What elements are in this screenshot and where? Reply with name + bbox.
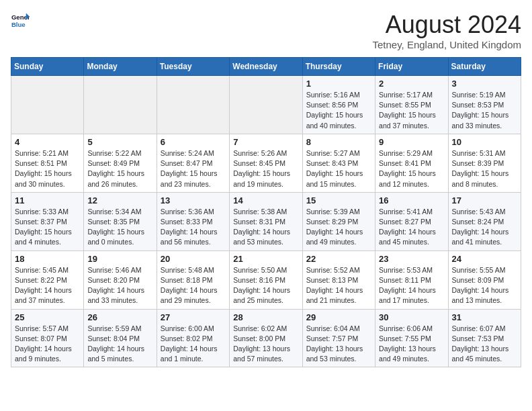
day-number: 8 <box>306 137 371 147</box>
calendar-week-row: 4Sunrise: 5:21 AMSunset: 8:51 PMDaylight… <box>11 134 521 192</box>
day-detail: Sunrise: 5:21 AMSunset: 8:51 PMDaylight:… <box>15 148 80 189</box>
day-number: 26 <box>87 312 152 322</box>
calendar-cell: 15Sunrise: 5:39 AMSunset: 8:29 PMDayligh… <box>302 192 375 250</box>
day-detail: Sunrise: 5:43 AMSunset: 8:24 PMDaylight:… <box>452 207 517 248</box>
calendar-cell: 11Sunrise: 5:33 AMSunset: 8:37 PMDayligh… <box>11 192 84 250</box>
calendar-week-row: 18Sunrise: 5:45 AMSunset: 8:22 PMDayligh… <box>11 250 521 309</box>
day-number: 9 <box>379 137 444 147</box>
weekday-header-monday: Monday <box>84 58 157 76</box>
day-detail: Sunrise: 5:16 AMSunset: 8:56 PMDaylight:… <box>306 90 371 131</box>
logo: General Blue <box>11 11 30 30</box>
day-number: 3 <box>452 79 517 89</box>
day-number: 16 <box>379 195 444 205</box>
calendar-cell: 12Sunrise: 5:34 AMSunset: 8:35 PMDayligh… <box>84 192 157 250</box>
calendar-cell: 25Sunrise: 5:57 AMSunset: 8:07 PMDayligh… <box>11 309 84 367</box>
page-header: General Blue August 2024 Tetney, England… <box>11 11 521 50</box>
day-detail: Sunrise: 5:53 AMSunset: 8:11 PMDaylight:… <box>379 265 444 306</box>
day-detail: Sunrise: 5:52 AMSunset: 8:13 PMDaylight:… <box>306 265 371 306</box>
weekday-header-tuesday: Tuesday <box>157 58 229 76</box>
calendar-table: SundayMondayTuesdayWednesdayThursdayFrid… <box>11 57 521 367</box>
calendar-week-row: 11Sunrise: 5:33 AMSunset: 8:37 PMDayligh… <box>11 192 521 250</box>
day-number: 30 <box>379 312 444 322</box>
day-number: 18 <box>15 254 80 264</box>
day-number: 21 <box>233 254 298 264</box>
calendar-cell: 4Sunrise: 5:21 AMSunset: 8:51 PMDaylight… <box>11 134 84 192</box>
day-number: 29 <box>306 312 371 322</box>
day-detail: Sunrise: 5:46 AMSunset: 8:20 PMDaylight:… <box>87 265 152 306</box>
day-number: 23 <box>379 254 444 264</box>
calendar-cell: 18Sunrise: 5:45 AMSunset: 8:22 PMDayligh… <box>11 250 84 309</box>
day-detail: Sunrise: 5:31 AMSunset: 8:39 PMDaylight:… <box>452 148 517 189</box>
calendar-cell <box>84 76 157 134</box>
weekday-header-saturday: Saturday <box>448 58 521 76</box>
day-number: 19 <box>87 254 152 264</box>
day-number: 31 <box>452 312 517 322</box>
day-detail: Sunrise: 5:34 AMSunset: 8:35 PMDaylight:… <box>87 207 152 248</box>
day-number: 5 <box>87 137 152 147</box>
calendar-cell: 22Sunrise: 5:52 AMSunset: 8:13 PMDayligh… <box>302 250 375 309</box>
day-detail: Sunrise: 5:57 AMSunset: 8:07 PMDaylight:… <box>15 324 80 365</box>
day-detail: Sunrise: 5:50 AMSunset: 8:16 PMDaylight:… <box>233 265 298 306</box>
day-number: 27 <box>161 312 226 322</box>
day-detail: Sunrise: 5:38 AMSunset: 8:31 PMDaylight:… <box>233 207 298 248</box>
day-detail: Sunrise: 5:59 AMSunset: 8:04 PMDaylight:… <box>87 324 152 365</box>
day-number: 25 <box>15 312 80 322</box>
calendar-cell: 6Sunrise: 5:24 AMSunset: 8:47 PMDaylight… <box>157 134 229 192</box>
calendar-cell <box>157 76 229 134</box>
day-number: 14 <box>233 195 298 205</box>
month-year: August 2024 <box>372 11 521 39</box>
calendar-week-row: 1Sunrise: 5:16 AMSunset: 8:56 PMDaylight… <box>11 76 521 134</box>
day-detail: Sunrise: 5:48 AMSunset: 8:18 PMDaylight:… <box>161 265 226 306</box>
calendar-cell: 28Sunrise: 6:02 AMSunset: 8:00 PMDayligh… <box>230 309 302 367</box>
calendar-cell: 8Sunrise: 5:27 AMSunset: 8:43 PMDaylight… <box>302 134 375 192</box>
logo-icon: General Blue <box>11 11 30 30</box>
day-detail: Sunrise: 5:17 AMSunset: 8:55 PMDaylight:… <box>379 90 444 131</box>
day-number: 1 <box>306 79 371 89</box>
location: Tetney, England, United Kingdom <box>372 39 521 50</box>
weekday-header-thursday: Thursday <box>302 58 375 76</box>
day-number: 17 <box>452 195 517 205</box>
calendar-cell <box>11 76 84 134</box>
calendar-cell: 21Sunrise: 5:50 AMSunset: 8:16 PMDayligh… <box>230 250 302 309</box>
day-number: 6 <box>161 137 226 147</box>
calendar-cell: 10Sunrise: 5:31 AMSunset: 8:39 PMDayligh… <box>448 134 521 192</box>
day-detail: Sunrise: 6:07 AMSunset: 7:53 PMDaylight:… <box>452 324 517 365</box>
day-number: 11 <box>15 195 80 205</box>
calendar-cell: 29Sunrise: 6:04 AMSunset: 7:57 PMDayligh… <box>302 309 375 367</box>
day-number: 10 <box>452 137 517 147</box>
calendar-cell: 5Sunrise: 5:22 AMSunset: 8:49 PMDaylight… <box>84 134 157 192</box>
calendar-cell: 1Sunrise: 5:16 AMSunset: 8:56 PMDaylight… <box>302 76 375 134</box>
day-number: 20 <box>161 254 226 264</box>
svg-text:Blue: Blue <box>11 21 26 28</box>
day-detail: Sunrise: 5:19 AMSunset: 8:53 PMDaylight:… <box>452 90 517 131</box>
calendar-cell <box>230 76 302 134</box>
day-number: 22 <box>306 254 371 264</box>
calendar-cell: 30Sunrise: 6:06 AMSunset: 7:55 PMDayligh… <box>375 309 448 367</box>
day-detail: Sunrise: 5:24 AMSunset: 8:47 PMDaylight:… <box>161 148 226 189</box>
day-detail: Sunrise: 6:00 AMSunset: 8:02 PMDaylight:… <box>161 324 226 365</box>
day-number: 7 <box>233 137 298 147</box>
calendar-cell: 23Sunrise: 5:53 AMSunset: 8:11 PMDayligh… <box>375 250 448 309</box>
calendar-cell: 26Sunrise: 5:59 AMSunset: 8:04 PMDayligh… <box>84 309 157 367</box>
day-number: 4 <box>15 137 80 147</box>
day-detail: Sunrise: 5:39 AMSunset: 8:29 PMDaylight:… <box>306 207 371 248</box>
calendar-cell: 7Sunrise: 5:26 AMSunset: 8:45 PMDaylight… <box>230 134 302 192</box>
day-detail: Sunrise: 5:45 AMSunset: 8:22 PMDaylight:… <box>15 265 80 306</box>
day-number: 12 <box>87 195 152 205</box>
day-detail: Sunrise: 6:04 AMSunset: 7:57 PMDaylight:… <box>306 324 371 365</box>
day-detail: Sunrise: 5:36 AMSunset: 8:33 PMDaylight:… <box>161 207 226 248</box>
calendar-cell: 9Sunrise: 5:29 AMSunset: 8:41 PMDaylight… <box>375 134 448 192</box>
day-number: 28 <box>233 312 298 322</box>
day-detail: Sunrise: 6:06 AMSunset: 7:55 PMDaylight:… <box>379 324 444 365</box>
calendar-cell: 19Sunrise: 5:46 AMSunset: 8:20 PMDayligh… <box>84 250 157 309</box>
calendar-cell: 27Sunrise: 6:00 AMSunset: 8:02 PMDayligh… <box>157 309 229 367</box>
calendar-cell: 17Sunrise: 5:43 AMSunset: 8:24 PMDayligh… <box>448 192 521 250</box>
title-area: August 2024 Tetney, England, United King… <box>372 11 521 50</box>
day-number: 13 <box>161 195 226 205</box>
day-detail: Sunrise: 5:27 AMSunset: 8:43 PMDaylight:… <box>306 148 371 189</box>
day-number: 2 <box>379 79 444 89</box>
day-number: 15 <box>306 195 371 205</box>
calendar-cell: 3Sunrise: 5:19 AMSunset: 8:53 PMDaylight… <box>448 76 521 134</box>
day-detail: Sunrise: 5:26 AMSunset: 8:45 PMDaylight:… <box>233 148 298 189</box>
day-detail: Sunrise: 5:41 AMSunset: 8:27 PMDaylight:… <box>379 207 444 248</box>
